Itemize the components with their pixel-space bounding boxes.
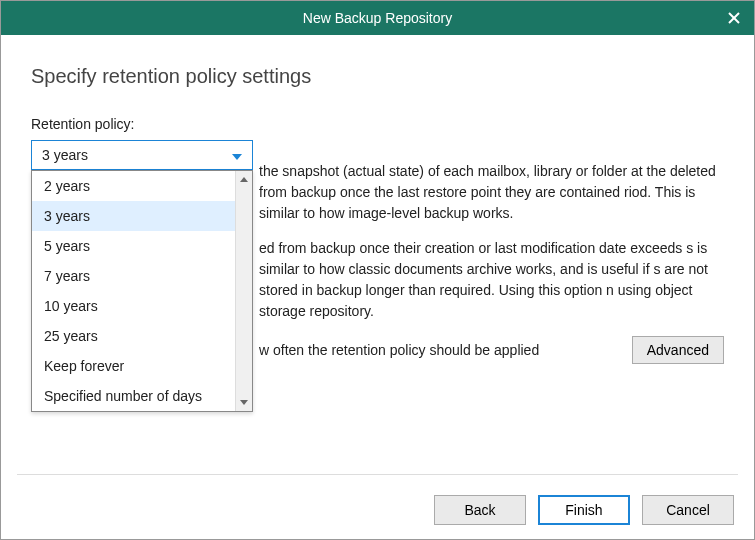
dropdown-option[interactable]: 2 years [32, 171, 252, 201]
retention-policy-label: Retention policy: [31, 116, 724, 132]
retention-policy-dropdown: 2 years3 years5 years7 years10 years25 y… [31, 170, 253, 412]
finish-button[interactable]: Finish [538, 495, 630, 525]
dropdown-scrollbar[interactable] [235, 171, 252, 411]
dropdown-option[interactable]: 3 years [32, 201, 252, 231]
dropdown-option[interactable]: 5 years [32, 231, 252, 261]
footer-separator [17, 474, 738, 475]
dropdown-option[interactable]: 7 years [32, 261, 252, 291]
dropdown-option[interactable]: 25 years [32, 321, 252, 351]
wizard-footer: Back Finish Cancel [1, 481, 754, 539]
dropdown-option[interactable]: Keep forever [32, 351, 252, 381]
page-title: Specify retention policy settings [31, 65, 724, 88]
window-title: New Backup Repository [303, 10, 452, 26]
wizard-content: Specify retention policy settings Retent… [1, 35, 754, 170]
title-bar: New Backup Repository [1, 1, 754, 35]
dropdown-option[interactable]: 10 years [32, 291, 252, 321]
back-button[interactable]: Back [434, 495, 526, 525]
advanced-button[interactable]: Advanced [632, 336, 724, 364]
scroll-down-icon[interactable] [236, 394, 252, 411]
close-icon[interactable] [726, 10, 742, 26]
scroll-up-icon[interactable] [236, 171, 252, 188]
dropdown-option[interactable]: Specified number of days [32, 381, 252, 411]
cancel-button[interactable]: Cancel [642, 495, 734, 525]
